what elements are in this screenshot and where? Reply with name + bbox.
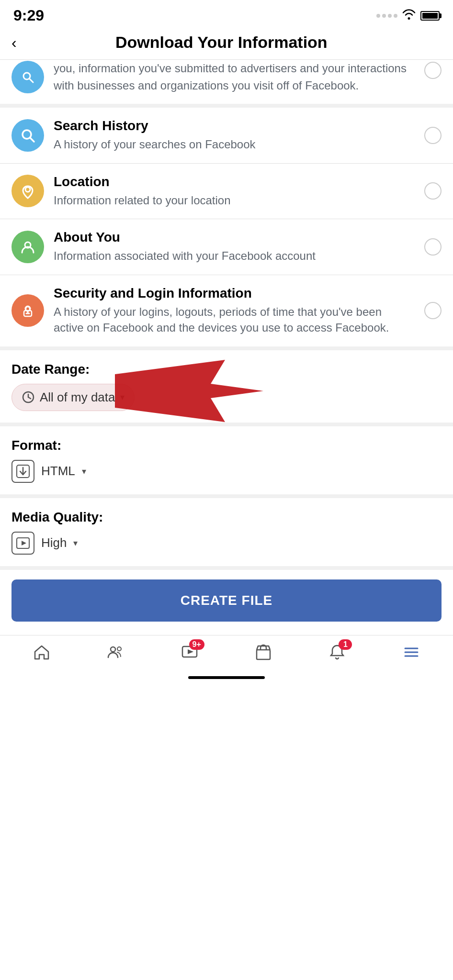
date-range-block: Date Range: All of my data ▾	[0, 350, 453, 423]
status-time: 9:29	[13, 7, 44, 24]
about-you-text: About You Information associated with yo…	[54, 230, 415, 264]
location-title: Location	[54, 174, 415, 189]
clock-icon	[22, 390, 35, 404]
media-quality-label: Media Quality:	[11, 510, 442, 525]
notifications-badge: 1	[339, 639, 352, 650]
battery-icon	[420, 11, 440, 21]
date-range-dropdown[interactable]: All of my data ▾	[11, 384, 135, 411]
nav-marketplace[interactable]	[254, 643, 272, 666]
list-item: Location Information related to your loc…	[0, 164, 453, 219]
format-chevron-icon: ▾	[82, 466, 86, 477]
back-button[interactable]: ‹	[11, 35, 17, 50]
nav-notifications[interactable]: 1	[328, 643, 346, 666]
svg-line-3	[30, 137, 34, 142]
security-login-desc: A history of your logins, logouts, perio…	[54, 304, 415, 336]
media-quality-section: Media Quality: High ▾	[0, 498, 453, 566]
nav-friends[interactable]	[106, 643, 125, 666]
date-range-section: Date Range: All of my data ▾	[0, 350, 453, 423]
list-item: About You Information associated with yo…	[0, 219, 453, 275]
svg-marker-15	[22, 541, 26, 546]
section-divider-1	[0, 104, 453, 108]
bottom-nav: 9+ 1	[0, 635, 453, 670]
home-icon	[33, 643, 51, 666]
home-indicator	[0, 670, 453, 682]
search-history-radio[interactable]	[424, 127, 442, 144]
about-you-radio[interactable]	[424, 238, 442, 256]
media-quality-icon	[11, 532, 34, 555]
date-range-chevron-icon: ▾	[120, 392, 125, 402]
location-text: Location Information related to your loc…	[54, 174, 415, 209]
nav-home[interactable]	[33, 643, 51, 666]
svg-line-10	[28, 397, 31, 399]
nav-menu[interactable]	[402, 643, 420, 666]
header: ‹ Download Your Information	[0, 28, 453, 59]
section-divider-5	[0, 566, 453, 570]
signal-icon	[376, 14, 397, 18]
section-divider-2	[0, 346, 453, 350]
menu-icon	[402, 643, 420, 666]
about-you-desc: Information associated with your Faceboo…	[54, 248, 415, 264]
location-desc: Information related to your location	[54, 192, 415, 209]
security-login-text: Security and Login Information A history…	[54, 286, 415, 336]
media-quality-value: High	[41, 535, 67, 550]
partial-radio[interactable]	[424, 62, 442, 79]
format-label: Format:	[11, 438, 442, 453]
about-you-title: About You	[54, 230, 415, 245]
svg-line-1	[29, 78, 33, 82]
search-history-icon	[11, 119, 44, 152]
security-login-radio[interactable]	[424, 302, 442, 319]
list-item: Security and Login Information A history…	[0, 275, 453, 346]
wifi-icon	[402, 9, 416, 22]
svg-point-17	[117, 647, 121, 651]
marketplace-icon	[254, 643, 272, 666]
home-bar	[188, 676, 265, 679]
date-range-row: All of my data ▾	[11, 384, 442, 411]
search-history-desc: A history of your searches on Facebook	[54, 136, 415, 153]
format-section: Format: HTML ▾	[0, 426, 453, 494]
format-icon	[11, 460, 34, 483]
status-icons	[376, 9, 440, 22]
status-bar: 9:29	[0, 0, 453, 28]
search-history-title: Search History	[54, 118, 415, 134]
media-quality-dropdown[interactable]: High ▾	[11, 532, 442, 555]
partial-item-icon	[11, 61, 44, 93]
list-item: Search History A history of your searche…	[0, 108, 453, 163]
watch-badge: 9+	[189, 639, 204, 650]
partial-list-item: you, information you've submitted to adv…	[0, 60, 453, 104]
media-quality-chevron-icon: ▾	[73, 538, 78, 548]
search-history-text: Search History A history of your searche…	[54, 118, 415, 153]
svg-point-4	[25, 187, 30, 192]
security-login-title: Security and Login Information	[54, 286, 415, 301]
page-title: Download Your Information	[26, 33, 417, 52]
section-divider-4	[0, 494, 453, 498]
create-file-button[interactable]: CREATE FILE	[11, 579, 442, 622]
location-radio[interactable]	[424, 182, 442, 200]
security-login-icon	[11, 294, 44, 327]
friends-icon	[106, 643, 125, 666]
date-range-value: All of my data	[40, 390, 115, 405]
format-dropdown[interactable]: HTML ▾	[11, 460, 442, 483]
format-value: HTML	[41, 464, 75, 479]
location-icon	[11, 175, 44, 207]
nav-watch[interactable]: 9+	[181, 643, 199, 666]
svg-marker-19	[188, 649, 193, 654]
svg-rect-20	[257, 650, 270, 659]
partial-item-text: you, information you've submitted to adv…	[54, 60, 415, 94]
section-divider-3	[0, 423, 453, 426]
about-you-icon	[11, 231, 44, 263]
date-range-label: Date Range:	[11, 362, 442, 377]
svg-point-16	[111, 647, 115, 652]
